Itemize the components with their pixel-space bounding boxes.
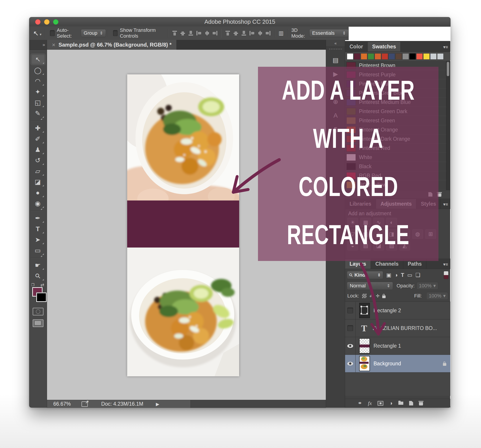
tool-button[interactable]	[31, 213, 45, 224]
zoom-level[interactable]: 66.67%	[53, 401, 71, 407]
auto-select-checkbox[interactable]	[50, 30, 55, 36]
scrollbar-thumb[interactable]	[447, 62, 449, 76]
visibility-toggle[interactable]	[345, 337, 356, 355]
visibility-toggle[interactable]	[345, 319, 356, 337]
layer-style-fx-icon[interactable]: fx	[368, 400, 372, 406]
swatch-chip[interactable]	[347, 53, 353, 60]
distribute-horizontal-centers-icon[interactable]	[257, 30, 263, 36]
zoom-window-button[interactable]	[53, 19, 59, 25]
tool-button[interactable]	[31, 121, 43, 121]
new-layer-icon[interactable]	[409, 401, 413, 405]
tool-button[interactable]	[31, 54, 45, 65]
add-layer-mask-icon[interactable]	[377, 401, 383, 406]
swatch-chip[interactable]	[437, 53, 443, 60]
kind-filter-dropdown[interactable]: ⚲ Kind ⇕	[347, 271, 383, 279]
rectangle-1-layer-on-canvas[interactable]	[127, 200, 239, 248]
distribute-right-edges-icon[interactable]	[265, 30, 271, 36]
tool-button[interactable]	[31, 211, 43, 211]
new-group-icon[interactable]	[398, 402, 403, 405]
tool-button[interactable]	[31, 260, 45, 271]
swatch-chip[interactable]	[375, 53, 381, 60]
swatch-chip[interactable]	[368, 53, 374, 60]
swatch-chip[interactable]	[423, 53, 430, 60]
adjustment-layer-filter-icon[interactable]: ◑	[395, 272, 398, 278]
lock-all-icon[interactable]	[382, 296, 386, 298]
layer-row-rectangle-1[interactable]: Rectangle 1	[345, 337, 450, 355]
layer-row-rectangle-2[interactable]: Rectangle 2	[345, 302, 450, 319]
rectangle-layer-thumbnail[interactable]	[359, 338, 370, 353]
panel-menu-icon[interactable]: ▾≡	[443, 202, 448, 207]
tool-button[interactable]	[31, 134, 45, 144]
tool-button[interactable]	[31, 65, 45, 76]
close-window-button[interactable]	[35, 19, 41, 25]
swatch-chip[interactable]	[361, 53, 367, 60]
eye-icon[interactable]	[347, 362, 353, 365]
3d-mode-dropdown[interactable]: Essentials ⇕	[309, 29, 349, 37]
align-vertical-centers-icon[interactable]	[180, 30, 186, 36]
tool-button[interactable]	[31, 187, 45, 198]
swatch-chip[interactable]	[389, 53, 395, 60]
swatch-chip[interactable]	[395, 53, 402, 60]
tool-button[interactable]	[31, 155, 45, 166]
background-layer-thumbnail[interactable]	[359, 356, 370, 371]
lock-transparency-icon[interactable]	[362, 293, 367, 298]
opacity-value-box[interactable]: 100% ▾	[416, 282, 438, 290]
default-colors-icon[interactable]: ❐	[31, 283, 35, 287]
text-layer-thumbnail[interactable]	[359, 321, 369, 335]
tool-button[interactable]	[31, 271, 45, 281]
layer-row-text[interactable]: BRAZILIAN BURRITO BO...	[345, 319, 450, 337]
distribute-spacing-icon[interactable]: ▥	[278, 30, 284, 36]
layer-name[interactable]: Background	[374, 361, 401, 367]
swatch-chip[interactable]	[416, 53, 423, 60]
tool-button[interactable]	[31, 166, 45, 176]
delete-layer-icon[interactable]	[419, 402, 423, 405]
auto-select-group-dropdown[interactable]: Group ⇕	[81, 29, 106, 37]
tool-button[interactable]	[31, 108, 45, 119]
swap-colors-icon[interactable]: ⇄	[41, 282, 44, 288]
show-transform-checkbox[interactable]	[113, 30, 118, 36]
swatch-chip[interactable]	[402, 53, 409, 60]
status-menu-arrow-icon[interactable]: ▶	[156, 401, 159, 407]
tab-close-icon[interactable]: ×	[52, 41, 55, 48]
screen-mode-button[interactable]	[33, 319, 44, 327]
swatch-chip[interactable]	[382, 53, 388, 60]
distribute-bottom-edges-icon[interactable]	[241, 30, 247, 36]
toolbox-collapse-header[interactable]: »	[29, 40, 47, 50]
swatch-scrollbar[interactable]	[446, 61, 450, 190]
tool-button[interactable]	[31, 144, 45, 155]
visibility-toggle[interactable]	[345, 302, 356, 319]
shape-layer-filter-icon[interactable]: ▭	[407, 272, 413, 278]
panel-menu-icon[interactable]: ▾≡	[443, 44, 448, 50]
distribute-top-edges-icon[interactable]	[225, 30, 231, 36]
pixel-layer-filter-icon[interactable]: ▣	[386, 272, 391, 278]
swatch-chip[interactable]	[354, 53, 360, 60]
align-top-edges-icon[interactable]	[172, 30, 178, 36]
tool-button[interactable]	[31, 97, 45, 108]
history-panel-icon[interactable]: ▤	[326, 53, 345, 67]
layer-name[interactable]: Rectangle 1	[374, 343, 401, 349]
tab-color[interactable]: Color	[345, 42, 368, 52]
title-bar[interactable]: Adobe Photoshop CC 2015	[29, 17, 451, 27]
document-tab[interactable]: × Sample.psd @ 66.7% (Background, RGB/8)…	[47, 40, 177, 50]
fill-value-box[interactable]: 100% ▾	[426, 292, 448, 300]
tool-button[interactable]	[31, 123, 45, 134]
shape-layer-thumbnail[interactable]	[359, 303, 370, 318]
tool-button[interactable]	[31, 234, 45, 245]
lock-position-icon[interactable]: ✛	[376, 293, 380, 299]
tool-button[interactable]	[31, 198, 45, 209]
align-bottom-edges-icon[interactable]	[188, 30, 194, 36]
tool-button[interactable]	[31, 76, 45, 86]
link-layers-icon[interactable]: ⚭	[358, 400, 362, 406]
tool-button[interactable]	[31, 258, 43, 258]
filter-toggle-switch[interactable]	[443, 271, 449, 279]
swatch-chip[interactable]	[430, 53, 437, 60]
align-left-edges-icon[interactable]	[196, 30, 202, 36]
blend-mode-dropdown[interactable]: Normal ⇕	[347, 282, 393, 290]
smart-object-filter-icon[interactable]: ❏	[416, 272, 421, 278]
minimize-window-button[interactable]	[44, 19, 50, 25]
layer-name[interactable]: BRAZILIAN BURRITO BO...	[373, 325, 437, 331]
align-horizontal-centers-icon[interactable]	[204, 30, 210, 36]
align-right-edges-icon[interactable]	[212, 30, 218, 36]
background-color-swatch[interactable]	[36, 293, 47, 302]
visibility-toggle[interactable]	[345, 355, 356, 372]
